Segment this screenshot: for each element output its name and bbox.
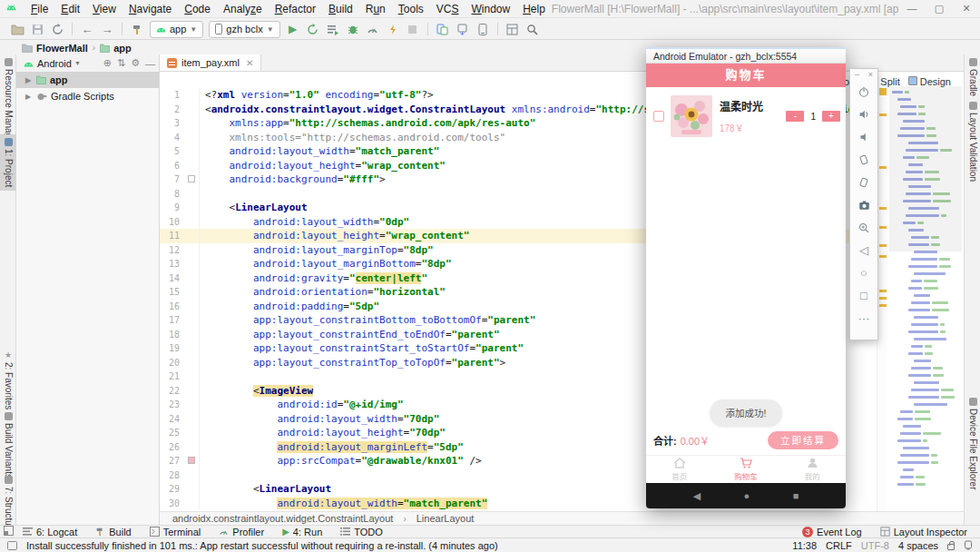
layout-inspector-icon[interactable] xyxy=(503,21,523,37)
menu-file[interactable]: File xyxy=(24,3,54,15)
rerun-icon[interactable] xyxy=(303,21,323,37)
back-arrow-icon[interactable]: ← xyxy=(77,21,97,37)
crumb-constraintlayout[interactable]: androidx.constraintlayout.widget.Constra… xyxy=(172,513,393,524)
status-line-separator[interactable]: CRLF xyxy=(826,540,852,551)
android-back-button[interactable]: ◀ xyxy=(693,490,701,502)
menu-vcs[interactable]: VCS xyxy=(430,3,466,15)
item-checkbox[interactable] xyxy=(653,111,664,122)
maximize-button[interactable]: ▢ xyxy=(926,0,953,17)
expand-arrow-icon[interactable]: ▶ xyxy=(24,93,33,101)
profiler-icon[interactable] xyxy=(363,21,383,37)
toolstrip-gradle[interactable]: Gradle xyxy=(965,58,980,96)
crumb-linearlayout[interactable]: LinearLayout xyxy=(416,513,475,524)
screenshot-camera-icon[interactable] xyxy=(850,193,877,216)
menu-help[interactable]: Help xyxy=(516,3,552,15)
toolbar-terminal[interactable]: Terminal xyxy=(150,527,201,537)
toolstrip-device-file-explorer[interactable]: Device File Explorer xyxy=(965,398,980,489)
breadcrumb-module[interactable]: app xyxy=(100,43,132,54)
nav-profile[interactable]: 我的 xyxy=(779,456,846,483)
toolstrip-resource-manager[interactable]: Resource Manager xyxy=(0,58,16,146)
nav-home[interactable]: 首页 xyxy=(646,456,712,483)
menu-tools[interactable]: Tools xyxy=(392,3,430,15)
close-button[interactable]: ✕ xyxy=(953,0,980,17)
emulator-back-icon[interactable]: ◁ xyxy=(850,239,877,261)
menu-edit[interactable]: Edit xyxy=(54,3,86,15)
emulator-title-bar[interactable]: Android Emulator - gzh_bclx:5554 xyxy=(646,47,846,64)
toolbar-profiler[interactable]: Profiler xyxy=(219,527,264,537)
forward-arrow-icon[interactable]: → xyxy=(97,21,117,37)
settings-gear-icon[interactable]: ⚙ xyxy=(131,57,140,69)
tree-item-app[interactable]: ▶ app xyxy=(16,72,159,88)
status-message[interactable]: Install successfully finished in 101 ms.… xyxy=(26,540,783,551)
event-log-button[interactable]: 3Event Log xyxy=(802,527,862,537)
menu-window[interactable]: Window xyxy=(465,3,516,15)
emulator-overview-icon[interactable]: □ xyxy=(850,284,877,307)
run-button[interactable]: ▶ xyxy=(283,21,303,37)
menu-navigate[interactable]: Navigate xyxy=(122,3,178,15)
menu-view[interactable]: View xyxy=(86,3,122,15)
search-everywhere-icon[interactable] xyxy=(523,21,543,37)
volume-up-icon[interactable] xyxy=(850,103,877,125)
toolbar-run[interactable]: ▶4: Run xyxy=(282,527,322,537)
rotate-right-icon[interactable] xyxy=(850,171,877,193)
toolbar-todo[interactable]: TODO xyxy=(340,527,383,537)
menu-refactor[interactable]: Refactor xyxy=(269,3,322,15)
quantity-minus-button[interactable]: - xyxy=(786,111,804,122)
toolbar-build[interactable]: Build xyxy=(95,527,131,537)
menu-build[interactable]: Build xyxy=(322,3,359,15)
toolstrip-project[interactable]: 1: Project xyxy=(0,134,16,191)
quantity-plus-button[interactable]: + xyxy=(822,111,840,122)
menu-code[interactable]: Code xyxy=(178,3,217,15)
run-config-select[interactable]: app ▼ xyxy=(150,21,203,38)
open-folder-icon[interactable] xyxy=(7,21,27,37)
product-image[interactable] xyxy=(671,95,712,137)
toolwindow-switcher-icon[interactable] xyxy=(4,526,14,537)
device-select[interactable]: gzh bclx ▼ xyxy=(209,21,279,38)
minimap[interactable] xyxy=(889,86,962,511)
breadcrumb-project[interactable]: FlowerMall xyxy=(22,43,88,54)
toolstrip-favorites[interactable]: ★ 2: Favorites xyxy=(0,350,16,409)
layout-inspector-button[interactable]: Layout Inspector xyxy=(880,527,967,537)
project-view-select[interactable]: Android xyxy=(37,58,72,69)
menu-analyze[interactable]: Analyze xyxy=(217,3,269,15)
android-home-button[interactable]: ● xyxy=(744,490,750,501)
tree-item-gradle-scripts[interactable]: ▶ Gradle Scripts xyxy=(16,88,159,104)
status-indent[interactable]: 4 spaces xyxy=(898,540,938,551)
stop-icon[interactable] xyxy=(403,21,423,37)
android-recents-button[interactable]: ■ xyxy=(793,490,799,501)
save-icon[interactable] xyxy=(27,21,47,37)
emulator-home-icon[interactable]: ○ xyxy=(850,261,877,284)
emulator-minimize-icon[interactable]: – xyxy=(855,70,859,79)
sdk-manager-icon[interactable] xyxy=(453,21,473,37)
mode-design[interactable]: Design xyxy=(908,76,951,87)
hide-panel-icon[interactable]: — xyxy=(145,58,155,69)
debug-icon[interactable] xyxy=(343,21,363,37)
run-coverage-icon[interactable] xyxy=(323,21,343,37)
toolbar-logcat[interactable]: 6: Logcat xyxy=(23,527,77,537)
build-hammer-icon[interactable] xyxy=(127,21,147,37)
locate-file-icon[interactable]: ⊕ xyxy=(103,57,112,69)
sync-icon[interactable] xyxy=(47,21,67,37)
power-icon[interactable] xyxy=(850,80,877,103)
toolstrip-layout-validation[interactable]: Layout Validation xyxy=(965,102,980,182)
toolstrip-build-variants[interactable]: Build Variants xyxy=(0,412,16,478)
avd-manager-icon[interactable] xyxy=(473,21,493,37)
tab-item-pay-xml[interactable]: item_pay.xml ✕ xyxy=(160,54,261,71)
expand-arrow-icon[interactable]: ▶ xyxy=(24,76,33,84)
collapse-all-icon[interactable]: ⇅ xyxy=(117,57,125,69)
device-manager-icon[interactable] xyxy=(433,21,453,37)
emulator-close-icon[interactable]: × xyxy=(868,70,873,79)
rotate-left-icon[interactable] xyxy=(850,148,877,171)
tab-close-icon[interactable]: ✕ xyxy=(246,58,253,68)
menu-run[interactable]: Run xyxy=(359,3,392,15)
checkout-button[interactable]: 立即结算 xyxy=(768,431,838,449)
notification-icon[interactable] xyxy=(964,540,973,550)
emulator-more-icon[interactable]: ··· xyxy=(850,307,877,330)
status-encoding[interactable]: UTF-8 xyxy=(861,540,889,551)
nav-cart[interactable]: 购物车 xyxy=(712,456,779,483)
lock-icon[interactable] xyxy=(947,544,955,550)
zoom-icon[interactable] xyxy=(850,216,877,239)
minimize-button[interactable]: — xyxy=(898,0,926,17)
volume-down-icon[interactable] xyxy=(850,125,877,148)
apply-changes-icon[interactable] xyxy=(383,21,403,37)
